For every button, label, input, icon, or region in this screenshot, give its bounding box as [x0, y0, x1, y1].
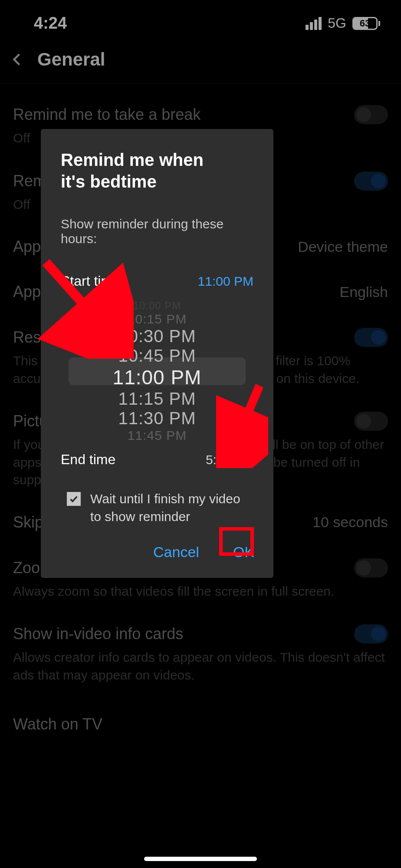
- picker-item[interactable]: 10:15 PM: [41, 312, 273, 327]
- picker-item[interactable]: 10:45 PM: [41, 346, 273, 366]
- end-time-value: 5:00 AM: [206, 452, 253, 467]
- home-indicator[interactable]: [144, 857, 257, 861]
- checkbox-checked-icon[interactable]: [67, 492, 81, 506]
- modal-actions: Cancel OK: [41, 528, 273, 565]
- picker-item[interactable]: 11:15 PM: [41, 389, 273, 409]
- bedtime-modal: Remind me when it's bedtime Show reminde…: [41, 129, 273, 578]
- modal-subtitle: Show reminder during these hours:: [61, 192, 253, 267]
- picker-item[interactable]: 11:30 PM: [41, 409, 273, 428]
- end-time-label: End time: [61, 452, 115, 468]
- ok-button[interactable]: OK: [233, 544, 254, 561]
- wait-checkbox-row[interactable]: Wait until I finish my video to show rem…: [61, 474, 253, 528]
- cancel-button[interactable]: Cancel: [153, 544, 199, 561]
- wait-checkbox-label: Wait until I finish my video to show rem…: [90, 490, 253, 525]
- modal-title: Remind me when it's bedtime: [61, 149, 253, 192]
- picker-item[interactable]: 10:30 PM: [41, 327, 273, 346]
- picker-item-selected[interactable]: 11:00 PM: [41, 366, 273, 389]
- picker-item[interactable]: 10:00 PM: [41, 300, 273, 312]
- picker-item[interactable]: 11:45 PM: [41, 428, 273, 443]
- start-time-value: 11:00 PM: [198, 274, 253, 289]
- end-time-row[interactable]: End time 5:00 AM: [61, 446, 253, 474]
- start-time-label: Start time: [61, 273, 120, 289]
- start-time-row[interactable]: Start time 11:00 PM: [61, 267, 253, 295]
- time-picker[interactable]: 10:00 PM 10:15 PM 10:30 PM 10:45 PM 11:0…: [41, 300, 273, 443]
